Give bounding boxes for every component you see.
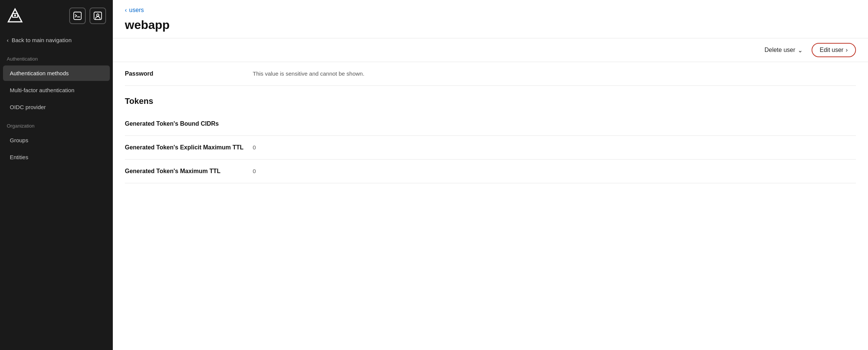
- user-icon: [94, 12, 102, 20]
- sidebar-header: [0, 0, 113, 32]
- password-label: Password: [125, 70, 253, 77]
- sidebar-item-auth-methods[interactable]: Authentication methods: [3, 65, 110, 81]
- mfa-label: Multi-factor authentication: [10, 87, 74, 93]
- token-max-ttl-label: Generated Token's Maximum TTL: [125, 168, 253, 175]
- password-value: This value is sensitive and cannot be sh…: [253, 70, 856, 77]
- svg-point-6: [97, 14, 99, 16]
- delete-user-button[interactable]: Delete user ⌄: [760, 44, 807, 57]
- edit-user-button[interactable]: Edit user ›: [812, 43, 856, 57]
- svg-rect-3: [74, 12, 81, 20]
- token-max-ttl-row: Generated Token's Maximum TTL 0: [125, 160, 856, 183]
- breadcrumb-users-link[interactable]: users: [129, 7, 144, 14]
- logo-icon: [7, 8, 23, 24]
- sidebar-item-entities[interactable]: Entities: [3, 149, 110, 165]
- delete-chevron-down-icon: ⌄: [798, 47, 803, 54]
- token-explicit-max-ttl-value: 0: [253, 144, 856, 151]
- token-bound-cidrs-label: Generated Token's Bound CIDRs: [125, 120, 253, 127]
- edit-chevron-right-icon: ›: [846, 47, 848, 53]
- toolbar: Delete user ⌄ Edit user ›: [113, 38, 868, 62]
- org-section-label: Organization: [0, 116, 113, 132]
- svg-rect-5: [94, 12, 102, 20]
- oidc-label: OIDC provider: [10, 104, 46, 110]
- token-explicit-max-ttl-label: Generated Token's Explicit Maximum TTL: [125, 144, 253, 151]
- tokens-section-title: Tokens: [125, 86, 856, 112]
- breadcrumb-chevron-icon: ‹: [125, 7, 127, 14]
- svg-point-2: [14, 15, 16, 17]
- edit-user-label: Edit user: [820, 47, 844, 53]
- page-title: webapp: [113, 17, 868, 38]
- password-field-row: Password This value is sensitive and can…: [125, 62, 856, 86]
- back-chevron-icon: ‹: [7, 37, 9, 43]
- token-explicit-max-ttl-row: Generated Token's Explicit Maximum TTL 0: [125, 136, 856, 160]
- main-content: ‹ users webapp Delete user ⌄ Edit user ›…: [113, 0, 868, 350]
- terminal-icon: [73, 12, 82, 20]
- terminal-button[interactable]: [69, 8, 86, 24]
- token-max-ttl-value: 0: [253, 168, 856, 174]
- content-area: Password This value is sensitive and can…: [113, 62, 868, 183]
- delete-user-label: Delete user: [765, 47, 795, 53]
- header-icons: [69, 8, 106, 24]
- back-navigation[interactable]: ‹ Back to main navigation: [0, 32, 113, 49]
- user-button[interactable]: [90, 8, 106, 24]
- token-bound-cidrs-row: Generated Token's Bound CIDRs: [125, 112, 856, 136]
- auth-section-label: Authentication: [0, 49, 113, 65]
- sidebar-item-oidc[interactable]: OIDC provider: [3, 99, 110, 115]
- back-nav-label: Back to main navigation: [12, 37, 71, 43]
- sidebar-item-mfa[interactable]: Multi-factor authentication: [3, 82, 110, 98]
- sidebar: ‹ Back to main navigation Authentication…: [0, 0, 113, 350]
- sidebar-item-groups[interactable]: Groups: [3, 132, 110, 148]
- auth-methods-label: Authentication methods: [10, 70, 69, 76]
- groups-label: Groups: [10, 137, 28, 143]
- breadcrumb: ‹ users: [113, 0, 868, 17]
- entities-label: Entities: [10, 154, 28, 160]
